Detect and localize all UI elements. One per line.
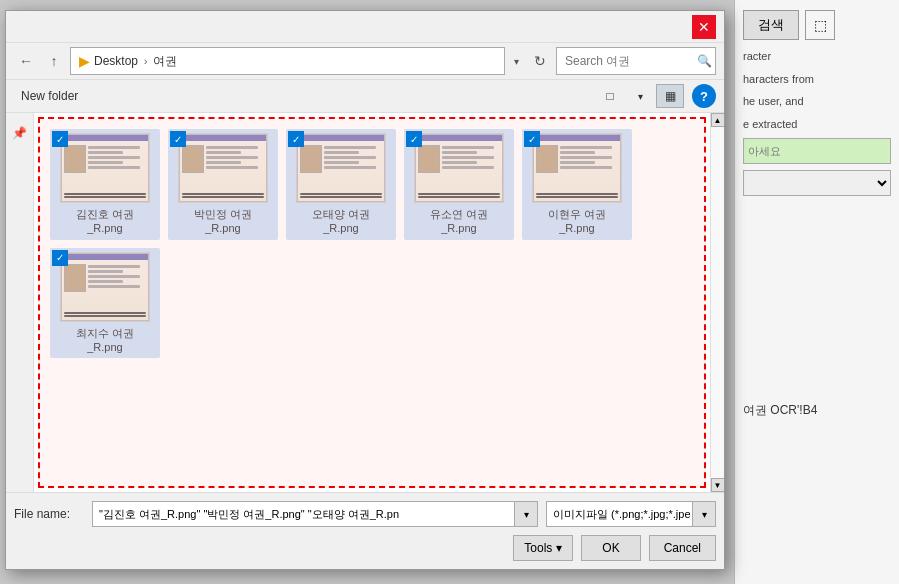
cancel-button[interactable]: Cancel <box>649 535 716 561</box>
filetype-wrapper: ▾ <box>546 501 716 527</box>
search-input[interactable] <box>556 47 716 75</box>
side-text-2: he user, and <box>743 93 891 110</box>
filename-dropdown-button[interactable]: ▾ <box>514 501 538 527</box>
side-panel-header: 검색 ⬚ <box>743 10 891 40</box>
dialog-toolbar: New folder □ ▾ ▦ ? <box>6 80 724 113</box>
folder-icon: ▶ <box>79 53 90 69</box>
side-text-1: haracters from <box>743 71 891 88</box>
scrollbar[interactable]: ▲ ▼ <box>710 113 724 492</box>
address-dropdown-button[interactable]: ▾ <box>509 53 524 70</box>
side-dropdown[interactable] <box>743 170 891 196</box>
refresh-button[interactable]: ↻ <box>528 49 552 73</box>
file-open-dialog: ✕ ← ↑ ▶ Desktop › 여권 ▾ ↻ 🔍 New folder □ … <box>5 10 725 570</box>
view-dropdown-button[interactable]: ▾ <box>632 84 648 108</box>
file-grid: ✓ <box>42 121 702 366</box>
side-ocr-label: 여권 OCR'!B4 <box>743 402 891 419</box>
file-item[interactable]: ✓ <box>168 129 278 240</box>
address-path[interactable]: ▶ Desktop › 여권 <box>70 47 505 75</box>
file-thumbnail <box>532 133 622 203</box>
dialog-bottom: File name: ▾ ▾ Tools ▾ OK Cancel <box>6 492 724 569</box>
file-item[interactable]: ✓ <box>522 129 632 240</box>
ok-button[interactable]: OK <box>581 535 640 561</box>
file-item[interactable]: ✓ <box>286 129 396 240</box>
side-search-button[interactable]: 검색 <box>743 10 799 40</box>
file-item[interactable]: ✓ <box>50 129 160 240</box>
scroll-track <box>711 127 724 478</box>
file-item[interactable]: ✓ <box>404 129 514 240</box>
path-separator: › <box>144 56 147 67</box>
scroll-up-button[interactable]: ▲ <box>711 113 725 127</box>
file-name-input[interactable] <box>92 501 538 527</box>
search-wrapper: 🔍 <box>556 47 716 75</box>
file-checkbox[interactable]: ✓ <box>52 250 68 266</box>
scroll-down-button[interactable]: ▼ <box>711 478 725 492</box>
file-thumbnail <box>414 133 504 203</box>
file-name: 김진호 여권_R.png <box>76 207 134 236</box>
file-type-input[interactable] <box>546 501 716 527</box>
file-thumbnail <box>60 252 150 322</box>
back-button[interactable]: ← <box>14 49 38 73</box>
tools-button[interactable]: Tools ▾ <box>513 535 573 561</box>
file-name: 오태양 여권_R.png <box>312 207 370 236</box>
file-name: 박민정 여권_R.png <box>194 207 252 236</box>
side-scan-icon-button[interactable]: ⬚ <box>805 10 835 40</box>
side-section-label: racter <box>743 48 891 65</box>
nav-pin-button[interactable]: 📌 <box>8 121 32 145</box>
dialog-titlebar: ✕ <box>6 11 724 43</box>
filename-input-wrapper: ▾ <box>92 501 538 527</box>
file-checkbox[interactable]: ✓ <box>170 131 186 147</box>
file-name: 유소연 여권_R.png <box>430 207 488 236</box>
file-name: 이현우 여권_R.png <box>548 207 606 236</box>
file-checkbox[interactable]: ✓ <box>52 131 68 147</box>
view-large-icons-button[interactable]: □ <box>596 84 624 108</box>
file-thumbnail <box>178 133 268 203</box>
file-thumbnail <box>60 133 150 203</box>
file-checkbox[interactable]: ✓ <box>288 131 304 147</box>
help-button[interactable]: ? <box>692 84 716 108</box>
side-text-3: e extracted <box>743 116 891 133</box>
tools-dropdown-icon: ▾ <box>556 541 562 555</box>
filename-row: File name: ▾ ▾ <box>14 501 716 527</box>
search-icon-button[interactable]: 🔍 <box>697 54 712 68</box>
up-button[interactable]: ↑ <box>42 49 66 73</box>
dialog-addressbar: ← ↑ ▶ Desktop › 여권 ▾ ↻ 🔍 <box>6 43 724 80</box>
dialog-leftnav: 📌 <box>6 113 34 492</box>
file-checkbox[interactable]: ✓ <box>406 131 422 147</box>
file-name: 최지수 여권_R.png <box>76 326 134 355</box>
file-item[interactable]: ✓ <box>50 248 160 359</box>
dialog-content: 📌 ✓ <box>6 113 724 492</box>
file-name-label: File name: <box>14 507 84 521</box>
side-panel: 검색 ⬚ racter haracters from he user, and … <box>734 0 899 584</box>
filetype-dropdown-button[interactable]: ▾ <box>692 501 716 527</box>
close-button[interactable]: ✕ <box>692 15 716 39</box>
action-row: Tools ▾ OK Cancel <box>14 535 716 561</box>
file-grid-area[interactable]: ✓ <box>34 113 710 492</box>
path-part-1: Desktop <box>94 54 138 68</box>
new-folder-button[interactable]: New folder <box>14 86 85 106</box>
view-details-button[interactable]: ▦ <box>656 84 684 108</box>
file-checkbox[interactable]: ✓ <box>524 131 540 147</box>
side-green-input[interactable] <box>743 138 891 164</box>
file-thumbnail <box>296 133 386 203</box>
path-part-2: 여권 <box>153 53 177 70</box>
tools-label: Tools <box>524 541 552 555</box>
